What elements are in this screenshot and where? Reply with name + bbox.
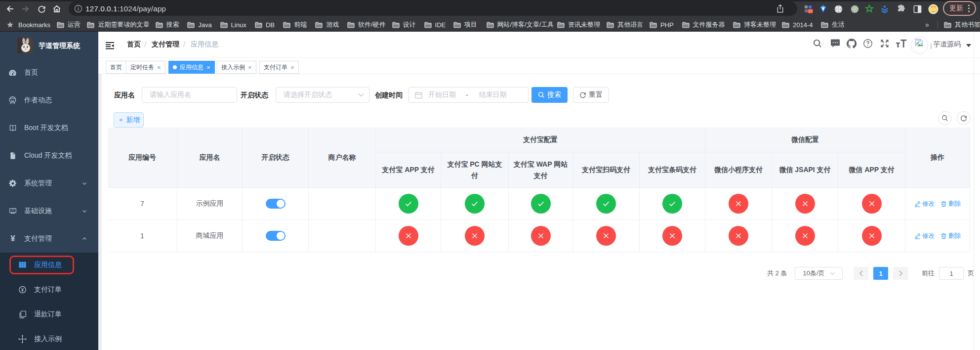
svg-text:12: 12	[809, 9, 813, 13]
